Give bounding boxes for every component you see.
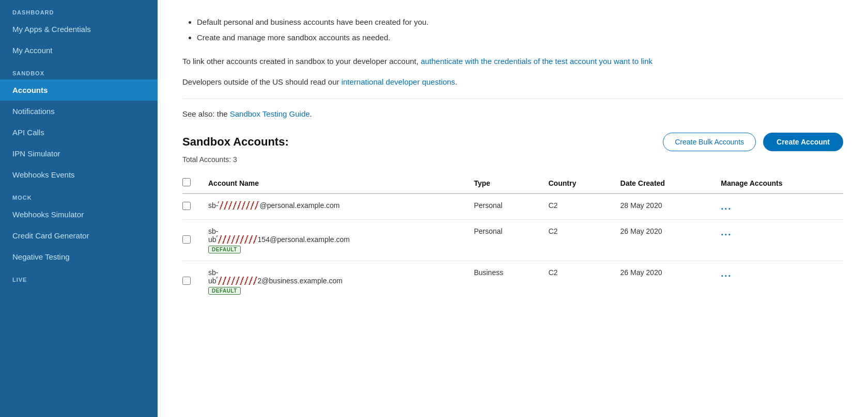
sidebar-item-notifications[interactable]: Notifications: [0, 101, 158, 122]
link-pre-text: To link other accounts created in sandbo…: [182, 57, 421, 66]
row2-checkbox[interactable]: [182, 235, 191, 244]
table-row: sb-ub 154@personal.example.com DEFAULT P…: [182, 220, 843, 261]
sidebar-item-ipn-simulator[interactable]: IPN Simulator: [0, 143, 158, 164]
sidebar-item-accounts[interactable]: Accounts: [0, 79, 158, 101]
row3-name-text: sb-ub 2@business.example.com: [208, 268, 459, 285]
create-bulk-accounts-button[interactable]: Create Bulk Accounts: [663, 133, 756, 151]
row3-country: C2: [541, 261, 613, 302]
row3-date: 26 May 2020: [613, 261, 714, 302]
action-buttons: Create Bulk Accounts Create Account: [663, 133, 843, 151]
select-all-checkbox[interactable]: [182, 178, 191, 186]
dev-pre-text: Developers outside of the US should read…: [182, 77, 342, 86]
col-header-checkbox: [182, 173, 201, 194]
row2-name-text: sb-ub 154@personal.example.com: [208, 227, 459, 244]
col-header-date-created: Date Created: [613, 173, 714, 194]
see-also-post: .: [310, 109, 312, 118]
row2-manage: ...: [714, 220, 843, 261]
row2-type: Personal: [467, 220, 541, 261]
row1-type: Personal: [467, 194, 541, 220]
sandbox-header: Sandbox Accounts: Create Bulk Accounts C…: [182, 133, 843, 151]
create-account-button[interactable]: Create Account: [763, 133, 843, 151]
main-content: Default personal and business accounts h…: [158, 0, 868, 417]
developer-paragraph: Developers outside of the US should read…: [182, 75, 843, 89]
live-section-label: LIVE: [0, 267, 158, 286]
international-developer-link[interactable]: international developer questions: [342, 77, 455, 86]
sandbox-section-label: SANDBOX: [0, 61, 158, 79]
dev-post-text: .: [455, 77, 457, 86]
divider: [182, 99, 843, 99]
row3-default-badge: DEFAULT: [208, 287, 241, 295]
sidebar-item-webhooks-simulator[interactable]: Webhooks Simulator: [0, 204, 158, 225]
auth-link[interactable]: authenticate with the credentials of the…: [421, 57, 653, 66]
accounts-table: Account Name Type Country Date Created M…: [182, 173, 843, 302]
row2-default-badge: DEFAULT: [208, 246, 241, 253]
see-also-pre: See also: the: [182, 109, 230, 118]
row2-country: C2: [541, 220, 613, 261]
row3-checkbox-cell: [182, 261, 201, 302]
table-row: sb-ub 2@business.example.com DEFAULT Bus…: [182, 261, 843, 302]
link-paragraph: To link other accounts created in sandbo…: [182, 55, 843, 68]
col-header-type: Type: [467, 173, 541, 194]
row1-checkbox-cell: [182, 194, 201, 220]
table-header-row: Account Name Type Country Date Created M…: [182, 173, 843, 194]
row1-country: C2: [541, 194, 613, 220]
row1-account-name: sb- @personal.example.com: [201, 194, 467, 220]
col-header-account-name: Account Name: [201, 173, 467, 194]
row1-name-text: sb- @personal.example.com: [208, 201, 459, 210]
sidebar-item-credit-card-generator[interactable]: Credit Card Generator: [0, 225, 158, 246]
table-row: sb- @personal.example.com Personal C2 28…: [182, 194, 843, 220]
info-list: Default personal and business accounts h…: [182, 14, 843, 45]
row1-checkbox[interactable]: [182, 202, 191, 210]
row2-manage-button[interactable]: ...: [721, 227, 732, 237]
sidebar-item-negative-testing[interactable]: Negative Testing: [0, 246, 158, 267]
sidebar: DASHBOARD My Apps & Credentials My Accou…: [0, 0, 158, 417]
row1-date: 28 May 2020: [613, 194, 714, 220]
sidebar-item-my-apps[interactable]: My Apps & Credentials: [0, 19, 158, 40]
sidebar-item-api-calls[interactable]: API Calls: [0, 122, 158, 143]
col-header-manage-accounts: Manage Accounts: [714, 173, 843, 194]
total-accounts-label: Total Accounts: 3: [182, 155, 843, 164]
see-also-paragraph: See also: the Sandbox Testing Guide.: [182, 109, 843, 118]
row1-manage: ...: [714, 194, 843, 220]
row3-type: Business: [467, 261, 541, 302]
row3-manage-button[interactable]: ...: [721, 268, 732, 279]
mock-section-label: MOCK: [0, 185, 158, 204]
sidebar-item-my-account[interactable]: My Account: [0, 40, 158, 61]
row2-account-name: sb-ub 154@personal.example.com DEFAULT: [201, 220, 467, 261]
bullet-1: Default personal and business accounts h…: [197, 14, 843, 30]
row2-checkbox-cell: [182, 220, 201, 261]
bullet-2: Create and manage more sandbox accounts …: [197, 30, 843, 45]
row3-checkbox[interactable]: [182, 277, 191, 285]
dashboard-section-label: DASHBOARD: [0, 0, 158, 19]
sandbox-testing-guide-link[interactable]: Sandbox Testing Guide: [230, 109, 310, 118]
sandbox-accounts-title: Sandbox Accounts:: [182, 135, 289, 149]
col-header-country: Country: [541, 173, 613, 194]
row1-manage-button[interactable]: ...: [721, 201, 732, 212]
sidebar-item-webhooks-events[interactable]: Webhooks Events: [0, 164, 158, 185]
row3-manage: ...: [714, 261, 843, 302]
row3-account-name: sb-ub 2@business.example.com DEFAULT: [201, 261, 467, 302]
row2-date: 26 May 2020: [613, 220, 714, 261]
